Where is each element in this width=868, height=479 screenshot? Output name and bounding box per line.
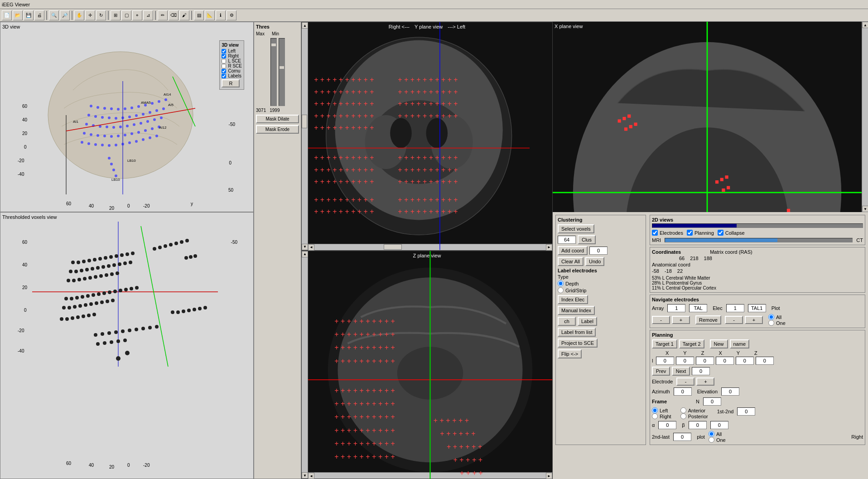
label-btn[interactable]: Label [578,317,597,326]
electrodes-check[interactable] [652,230,658,236]
legend-right-check[interactable] [222,54,226,58]
xp-scroll-up[interactable]: ▲ [862,22,868,28]
all2-radio[interactable] [709,431,714,437]
y1-input[interactable] [676,357,694,365]
hand-btn[interactable]: ✋ [74,10,84,20]
y2-input[interactable] [736,357,754,365]
xp-scroll-down[interactable]: ▼ [862,206,868,212]
add-coord-input[interactable] [589,247,608,255]
undo-btn[interactable]: Undo [585,257,604,266]
zoom-out-btn[interactable]: 🔍 [49,10,59,20]
z-scroll-up[interactable]: ▲ [302,251,308,257]
select-voxels-btn[interactable]: Select voxels [558,224,594,233]
z-plane-view[interactable]: ▲ ▼ Z plane view ◄ ► [301,251,553,479]
cluster-count-input[interactable] [558,236,576,244]
plus-btn[interactable]: + [672,316,690,324]
legend-labels-check[interactable] [222,74,226,78]
anterior-radio[interactable] [680,407,686,413]
x-plane-view[interactable]: X plane view ▲ ▼ [553,22,868,212]
elevation-input[interactable] [721,387,739,396]
tal1-input[interactable] [748,304,766,312]
new-btn[interactable]: 📄 [2,10,12,20]
collapse-check[interactable] [718,230,723,236]
first2nd-input[interactable] [737,407,755,416]
open-btn[interactable]: 📂 [13,10,23,20]
select-btn[interactable]: ▢ [121,10,131,20]
z1-input[interactable] [696,357,714,365]
lasso-btn[interactable]: ⌖ [132,10,142,20]
one-radio[interactable] [768,320,774,326]
x-plane-scrollbar-v[interactable]: ▲ ▼ [862,22,868,212]
scroll-right[interactable]: ► [546,244,552,251]
tal-input[interactable] [689,304,707,312]
r-button[interactable]: R [222,79,240,87]
array-input[interactable] [667,304,685,312]
target2-btn[interactable]: Target 2 [679,339,704,348]
right-radio[interactable] [652,413,658,419]
target1-btn[interactable]: Target 1 [652,339,677,348]
view-3d[interactable]: 3D view 60 40 20 0 -20 -40 60 40 20 0 -2… [0,22,254,212]
flip-btn[interactable]: Flip <-> [558,349,582,358]
measure-btn[interactable]: 📐 [205,10,215,20]
save-btn[interactable]: 💾 [24,10,34,20]
mask-dilate-btn[interactable]: Mask Dilate [256,115,299,123]
manual-index-btn[interactable]: Manual Index [558,306,595,315]
grid-btn[interactable]: ⊞ [111,10,121,20]
posterior-radio[interactable] [680,413,686,419]
remove-btn[interactable]: Remove [695,315,721,324]
x1-input[interactable] [656,357,674,365]
all-radio[interactable] [768,314,774,320]
gamma-input[interactable] [710,421,728,429]
y-plane-scrollbar-v[interactable]: ▲ ▼ [302,22,308,250]
z-scroll-down[interactable]: ▼ [302,472,308,479]
planning-check[interactable] [687,230,693,236]
x2-input[interactable] [716,357,734,365]
wand-btn[interactable]: ⊿ [143,10,153,20]
print-btn[interactable]: 🖨 [34,10,44,20]
elec-input[interactable] [726,304,744,312]
azimuth-input[interactable] [674,387,692,396]
grid-strip-radio[interactable] [558,287,564,293]
one2-radio[interactable] [709,437,714,443]
zoom-in-btn[interactable]: 🔎 [60,10,70,20]
clear-all-btn[interactable]: Clear All [558,257,583,266]
legend-lsce-check[interactable] [222,59,226,63]
n-input[interactable] [703,397,721,406]
legend-left-check[interactable] [222,49,226,53]
y-plane-view[interactable]: ▲ ▼ Right <--- Y plane view ---> Left ◄ [301,22,553,251]
pencil-btn[interactable]: ✏ [158,10,168,20]
clus-btn[interactable]: Clus [578,235,596,244]
prev-btn[interactable]: Prev [652,367,670,376]
new-btn[interactable]: New [710,339,728,348]
project-sce-btn[interactable]: Project to SCE [558,339,598,348]
legend-rsce-check[interactable] [222,64,226,68]
add-coord-btn[interactable]: Add coord [558,246,588,255]
threshold-btn[interactable]: ▤ [194,10,204,20]
z-plane-scrollbar-v[interactable]: ▲ ▼ [302,251,308,479]
mri-slider[interactable] [665,238,853,242]
max-slider[interactable] [270,38,277,106]
thresholded-view[interactable]: Thresholded voxels view 60 40 20 0 -20 -… [0,212,254,479]
plus2-btn[interactable]: + [745,316,763,324]
scroll-down[interactable]: ▼ [302,244,308,250]
e-plus-btn[interactable]: + [696,377,714,386]
alpha-input[interactable] [658,421,676,429]
ch-btn[interactable]: ch [558,317,576,326]
info-btn[interactable]: ℹ [216,10,226,20]
index-elec-btn[interactable]: Index Elec [558,295,588,304]
legend-cornu-check[interactable] [222,69,226,73]
name-btn[interactable]: name [730,339,750,348]
next-btn[interactable]: Next [672,367,690,376]
paint-btn[interactable]: 🖌 [179,10,189,20]
crosshair-btn[interactable]: ✛ [85,10,95,20]
rotate-btn[interactable]: ↻ [96,10,106,20]
depth-radio[interactable] [558,281,564,286]
left-radio[interactable] [652,407,658,413]
beta-input[interactable] [689,421,707,429]
2nd-last-input[interactable] [673,433,691,441]
min-slider[interactable] [279,38,285,106]
minus-btn[interactable]: - [652,316,670,324]
e-minus-btn[interactable]: - [676,377,694,386]
settings-btn[interactable]: ⚙ [227,10,236,20]
eraser-btn[interactable]: ⌫ [169,10,178,20]
